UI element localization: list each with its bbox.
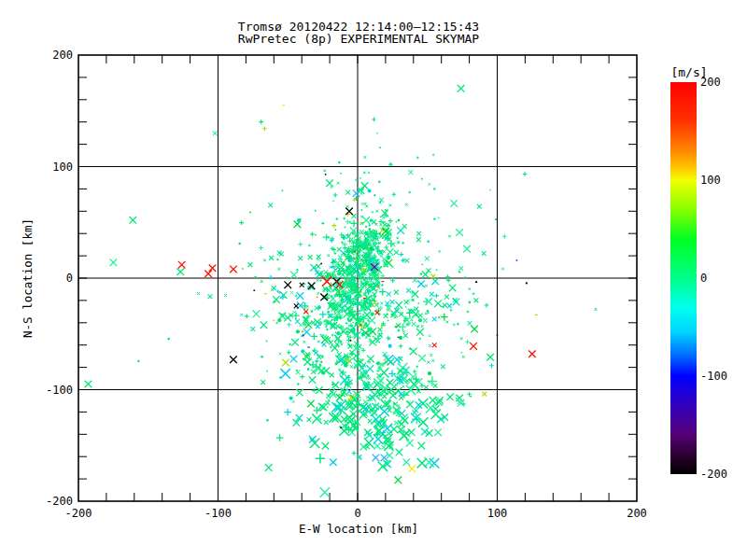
- scatter-point-notable: [253, 289, 255, 291]
- x-tick-label: 0: [354, 507, 360, 520]
- scatter-point: [321, 371, 325, 374]
- scatter-point: [423, 318, 428, 323]
- scatter-point: [276, 434, 284, 441]
- scatter-point-notable: [470, 396, 472, 398]
- scatter-point: [391, 192, 396, 197]
- scatter-point: [338, 161, 341, 164]
- scatter-point: [337, 272, 341, 275]
- scatter-point: [383, 250, 386, 253]
- scatter-point: [303, 341, 305, 343]
- scatter-point: [339, 317, 342, 320]
- scatter-point: [427, 268, 431, 273]
- scatter-point: [403, 333, 408, 338]
- scatter-point: [337, 182, 340, 185]
- scatter-point: [399, 343, 403, 348]
- scatter-point: [523, 172, 528, 176]
- scatter-point: [441, 364, 445, 369]
- scatter-point: [372, 211, 374, 214]
- scatter-point: [420, 273, 423, 275]
- scatter-point: [286, 276, 288, 278]
- scatter-point: [406, 288, 411, 293]
- scatter-point: [361, 209, 363, 211]
- scatter-point: [296, 370, 298, 371]
- x-axis-label: E-W location [km]: [69, 522, 648, 536]
- scatter-point: [387, 248, 394, 256]
- scatter-point: [167, 338, 170, 341]
- scatter-point: [379, 288, 387, 296]
- scatter-point-notable: [325, 174, 327, 175]
- scatter-point: [436, 269, 438, 271]
- scatter-point: [263, 259, 266, 261]
- scatter-point: [197, 292, 200, 295]
- scatter-point: [323, 233, 331, 241]
- scatter-point: [482, 392, 486, 397]
- skymap-figure: Tromsø 20120422 12:14:00–12:15:43 RwPret…: [0, 0, 747, 560]
- scatter-point: [368, 361, 371, 364]
- colorbar-tick-label: 200: [700, 76, 721, 89]
- scatter-point-notable: [230, 266, 237, 273]
- scatter-point: [465, 340, 470, 344]
- scatter-point: [375, 210, 378, 213]
- scatter-point: [354, 263, 356, 265]
- scatter-point: [308, 245, 311, 247]
- scatter-point: [289, 343, 291, 345]
- scatter-point: [421, 325, 424, 328]
- scatter-point: [380, 255, 383, 258]
- scatter-point-notable: [209, 264, 217, 272]
- scatter-point: [338, 301, 340, 303]
- scatter-point: [355, 342, 359, 346]
- scatter-point: [327, 254, 330, 257]
- scatter-point: [402, 242, 404, 245]
- scatter-point: [350, 366, 353, 369]
- scatter-point-notable: [320, 294, 328, 301]
- scatter-point-notable: [458, 85, 465, 92]
- scatter-point: [489, 363, 494, 368]
- scatter-point: [428, 312, 430, 314]
- scatter-point: [311, 333, 318, 341]
- scatter-point-notable: [399, 392, 403, 397]
- scatter-point: [477, 204, 482, 209]
- scatter-point: [449, 285, 457, 292]
- scatter-point: [362, 217, 370, 224]
- scatter-point: [265, 464, 273, 471]
- scatter-point: [408, 428, 416, 436]
- scatter-point: [458, 271, 461, 273]
- scatter-point: [369, 302, 372, 305]
- scatter-point: [319, 279, 322, 282]
- scatter-point: [343, 217, 345, 220]
- scatter-point-notable: [284, 281, 291, 288]
- scatter-point: [266, 419, 269, 422]
- x-tick-label: -100: [204, 507, 232, 520]
- scatter-point: [373, 336, 374, 338]
- scatter-point: [331, 186, 333, 189]
- scatter-point: [318, 355, 320, 357]
- scatter-point-notable: [294, 303, 299, 308]
- scatter-point: [468, 321, 472, 326]
- scatter-point: [277, 268, 280, 271]
- scatter-point: [353, 352, 360, 359]
- scatter-point: [399, 252, 403, 257]
- scatter-point: [453, 323, 456, 326]
- scatter-point: [482, 251, 486, 256]
- scatter-point: [330, 372, 334, 377]
- scatter-point: [333, 193, 338, 198]
- scatter-point-notable: [354, 250, 356, 252]
- scatter-point: [321, 222, 324, 225]
- scatter-point: [428, 183, 430, 186]
- scatter-point: [335, 324, 340, 329]
- scatter-point: [418, 442, 426, 450]
- scatter-point: [289, 396, 292, 399]
- scatter-point: [376, 251, 378, 253]
- scatter-point: [406, 440, 414, 447]
- scatter-point: [405, 203, 408, 206]
- scatter-point-notable: [438, 217, 440, 219]
- scatter-point: [463, 245, 471, 253]
- scatter-point: [269, 275, 274, 280]
- scatter-point-notable: [85, 381, 92, 388]
- scatter-point: [353, 199, 356, 202]
- scatter-point: [355, 285, 358, 287]
- scatter-point: [467, 311, 470, 314]
- scatter-point: [416, 237, 421, 242]
- scatter-point: [363, 156, 366, 159]
- scatter-point: [446, 393, 454, 400]
